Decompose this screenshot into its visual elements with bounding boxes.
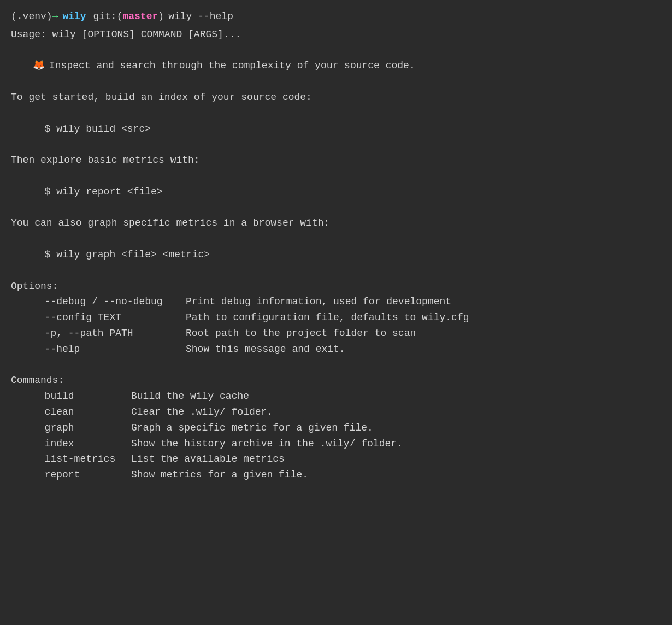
prompt-branch-close: ) bbox=[158, 9, 164, 25]
example-report: $ wily report <file> bbox=[11, 184, 661, 200]
command-name-graph: graph bbox=[33, 420, 131, 436]
command-desc-clean: Clear the .wily/ folder. bbox=[131, 404, 403, 420]
option-row-config: --config TEXT Path to configuration file… bbox=[33, 310, 469, 326]
option-row-help: --help Show this message and exit. bbox=[33, 341, 469, 357]
prompt-directory: wily bbox=[62, 9, 86, 25]
options-header: Options: bbox=[11, 279, 661, 294]
command-desc-index: Show the history archive in the .wily/ f… bbox=[131, 436, 403, 452]
example-graph: $ wily graph <file> <metric> bbox=[11, 247, 661, 263]
graph-text: You can also graph specific metrics in a… bbox=[11, 215, 661, 231]
option-flag-help: --help bbox=[33, 341, 186, 357]
option-desc-config: Path to configuration file, defaults to … bbox=[186, 310, 469, 326]
command-name-clean: clean bbox=[33, 404, 131, 420]
command-row-list-metrics: list-metrics List the available metrics bbox=[33, 451, 403, 467]
prompt-command: wily --help bbox=[168, 9, 233, 25]
command-desc-list-metrics: List the available metrics bbox=[131, 451, 403, 467]
option-flag-config: --config TEXT bbox=[33, 310, 186, 326]
option-row-debug: --debug / --no-debug Print debug informa… bbox=[33, 294, 469, 310]
option-desc-help: Show this message and exit. bbox=[186, 341, 469, 357]
command-name-report: report bbox=[33, 467, 131, 483]
command-row-report: report Show metrics for a given file. bbox=[33, 467, 403, 483]
prompt-branch-open: ( bbox=[117, 9, 123, 25]
prompt-arrow: → bbox=[52, 9, 58, 25]
command-name-index: index bbox=[33, 436, 131, 452]
option-desc-debug: Print debug information, used for develo… bbox=[186, 294, 469, 310]
command-name-list-metrics: list-metrics bbox=[33, 451, 131, 467]
command-row-clean: clean Clear the .wily/ folder. bbox=[33, 404, 403, 420]
commands-table: build Build the wily cache clean Clear t… bbox=[11, 388, 403, 483]
option-row-path: -p, --path PATH Root path to the project… bbox=[33, 326, 469, 341]
prompt-git-label: git: bbox=[93, 9, 116, 25]
description-line: 🦊 Inspect and search through the complex… bbox=[11, 58, 661, 74]
command-row-index: index Show the history archive in the .w… bbox=[33, 436, 403, 452]
command-desc-build: Build the wily cache bbox=[131, 388, 403, 404]
description-emoji: 🦊 bbox=[33, 58, 45, 74]
options-table: --debug / --no-debug Print debug informa… bbox=[11, 294, 469, 357]
command-desc-report: Show metrics for a given file. bbox=[131, 467, 403, 483]
option-flag-path: -p, --path PATH bbox=[33, 326, 186, 341]
description-text: Inspect and search through the complexit… bbox=[49, 58, 415, 74]
option-desc-path: Root path to the project folder to scan bbox=[186, 326, 469, 341]
prompt-branch: master bbox=[123, 9, 158, 25]
prompt-prefix: (.venv) bbox=[11, 9, 52, 25]
commands-header: Commands: bbox=[11, 373, 661, 388]
command-desc-graph: Graph a specific metric for a given file… bbox=[131, 420, 403, 436]
usage-line: Usage: wily [OPTIONS] COMMAND [ARGS]... bbox=[11, 27, 661, 43]
terminal-prompt-line: (.venv) → wily git: ( master ) wily --he… bbox=[11, 9, 661, 25]
command-name-build: build bbox=[33, 388, 131, 404]
example-build: $ wily build <src> bbox=[11, 121, 661, 137]
prompt-space bbox=[87, 9, 93, 25]
command-row-build: build Build the wily cache bbox=[33, 388, 403, 404]
explore-text: Then explore basic metrics with: bbox=[11, 152, 661, 168]
getting-started-text: To get started, build an index of your s… bbox=[11, 90, 661, 105]
command-row-graph: graph Graph a specific metric for a give… bbox=[33, 420, 403, 436]
option-flag-debug: --debug / --no-debug bbox=[33, 294, 186, 310]
